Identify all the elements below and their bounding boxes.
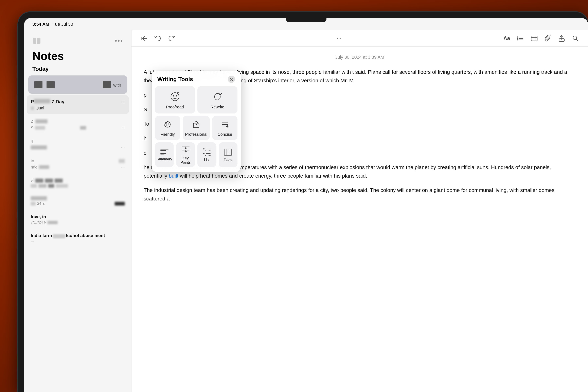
built-link[interactable]: built <box>169 173 178 179</box>
popup-title: Writing Tools <box>157 76 193 82</box>
concise-button[interactable]: Concise <box>212 116 238 140</box>
camera-notch <box>286 18 326 22</box>
undo-icon[interactable] <box>153 34 162 43</box>
note-item-6[interactable]: vi <box>27 174 129 191</box>
note-5-more[interactable]: ··· <box>121 164 125 170</box>
svg-point-7 <box>517 38 518 39</box>
today-label: Today <box>24 66 131 76</box>
note-item-2[interactable]: P 7 Day ··· Qual <box>27 95 129 114</box>
note-item-3[interactable]: 2 S ··· <box>27 115 129 134</box>
svg-rect-0 <box>33 38 36 44</box>
concise-icon <box>220 120 229 130</box>
note-2-more[interactable]: ··· <box>121 99 125 104</box>
summary-icon <box>160 149 168 155</box>
note-3-more[interactable]: ··· <box>121 125 125 130</box>
svg-point-9 <box>517 39 518 40</box>
table-button[interactable]: Table <box>219 142 238 167</box>
share-button[interactable] <box>557 34 566 43</box>
svg-point-19 <box>173 95 174 96</box>
svg-rect-1 <box>37 38 40 44</box>
back-arrow-icon[interactable] <box>140 34 148 43</box>
list-format-button[interactable] <box>516 34 525 43</box>
attachment-button[interactable] <box>544 34 552 43</box>
ipad-screen: 3:54 AM Tue Jul 30 <box>24 18 588 392</box>
note-item-9[interactable]: India farm lcohol abuse ment ··· <box>27 229 129 247</box>
more-dots[interactable]: ··· <box>337 35 342 42</box>
tools-row-1: Proofread Rewrite <box>152 86 241 116</box>
svg-point-5 <box>517 36 518 38</box>
friendly-button[interactable]: Friendly <box>155 116 180 140</box>
svg-point-18 <box>171 93 179 101</box>
svg-point-22 <box>168 124 169 124</box>
table-icon <box>224 149 232 156</box>
toolbar-center: ··· <box>182 35 496 42</box>
svg-point-4 <box>121 40 122 42</box>
note-item-5[interactable]: to nde ··· <box>27 155 129 173</box>
note-item-4[interactable]: 4 ··· <box>27 135 129 154</box>
svg-point-3 <box>118 40 120 42</box>
redo-icon[interactable] <box>167 34 176 43</box>
status-time: 3:54 AM <box>32 22 49 27</box>
svg-point-2 <box>115 40 117 42</box>
tools-row-2: Friendly <box>152 116 241 142</box>
key-points-label: Key Points <box>178 156 193 165</box>
table-label: Table <box>224 158 232 162</box>
svg-rect-25 <box>196 124 197 125</box>
svg-point-20 <box>176 95 177 96</box>
ipad-frame: 3:54 AM Tue Jul 30 <box>18 12 588 392</box>
list-icon <box>203 148 210 156</box>
sidebar-icons <box>114 36 123 45</box>
svg-point-21 <box>166 124 167 124</box>
concise-label: Concise <box>218 132 232 137</box>
note-paragraph-8: The industrial design team has been crea… <box>144 186 576 203</box>
note-toolbar: ··· Aa <box>132 30 588 46</box>
proofread-icon <box>170 92 180 103</box>
friendly-label: Friendly <box>160 132 175 137</box>
sidebar: Notes Today with <box>24 30 132 392</box>
note-row-2-meta: Qual <box>31 106 125 110</box>
sidebar-title: Notes <box>32 50 64 62</box>
proofread-label: Proofread <box>166 105 184 110</box>
list-button[interactable]: List <box>198 142 216 167</box>
rewrite-label: Rewrite <box>210 105 224 110</box>
search-in-note-button[interactable] <box>571 34 580 43</box>
note-row-2-header: P 7 Day ··· <box>31 99 125 104</box>
note-date: July 30, 2024 at 3:39 AM <box>144 54 576 60</box>
main-layout: Notes Today with <box>24 30 588 392</box>
tools-row-3: Summary <box>152 142 241 172</box>
professional-button[interactable]: Professional <box>183 116 210 140</box>
toolbar-left <box>140 34 176 43</box>
professional-icon <box>192 120 201 130</box>
svg-rect-23 <box>193 123 199 128</box>
sidebar-toggle-button[interactable] <box>32 36 41 45</box>
summary-button[interactable]: Summary <box>155 142 174 167</box>
writing-tools-popup: Writing Tools <box>152 71 241 172</box>
note-4-more[interactable]: ··· <box>121 145 125 150</box>
sidebar-header <box>24 30 131 49</box>
note-item-7[interactable]: 24 s <box>27 192 129 209</box>
svg-line-17 <box>576 39 578 41</box>
writing-tools-overlay: Writing Tools <box>152 71 241 172</box>
status-date: Tue Jul 30 <box>52 22 73 27</box>
rewrite-icon <box>212 92 222 103</box>
svg-rect-11 <box>531 36 537 41</box>
note-row-2-title: P 7 Day <box>31 99 64 104</box>
friendly-icon <box>163 120 172 130</box>
professional-label: Professional <box>185 132 207 137</box>
note-item-first[interactable]: with <box>28 76 127 94</box>
table-format-button[interactable] <box>530 34 539 43</box>
summary-label: Summary <box>156 157 172 162</box>
content-area: ··· Aa <box>132 30 588 392</box>
sidebar-more-button[interactable] <box>114 36 123 45</box>
rewrite-button[interactable]: Rewrite <box>198 86 238 114</box>
close-button[interactable] <box>228 76 235 83</box>
proofread-button[interactable]: Proofread <box>155 86 195 114</box>
toolbar-right: Aa <box>502 34 580 43</box>
font-button[interactable]: Aa <box>502 34 511 43</box>
key-points-button[interactable]: Key Points <box>176 142 195 167</box>
key-points-icon <box>182 146 190 154</box>
note-item-8[interactable]: love, in 7/17/24 N <box>27 210 129 228</box>
popup-header: Writing Tools <box>152 71 241 86</box>
list-label: List <box>204 158 210 162</box>
